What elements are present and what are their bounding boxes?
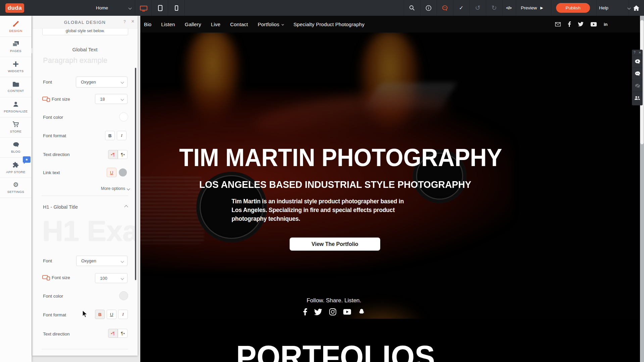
pages-icon xyxy=(12,41,19,47)
font-size-select[interactable]: 18 xyxy=(95,94,128,104)
preview-label: Preview xyxy=(521,5,537,10)
youtube-icon[interactable] xyxy=(591,22,597,27)
info-button[interactable] xyxy=(420,0,437,16)
font-size-value: 18 xyxy=(100,97,105,102)
undo-button[interactable]: ↺ xyxy=(469,0,486,16)
instagram-icon[interactable] xyxy=(329,308,336,315)
rtl-direction-button[interactable]: ¶◂ xyxy=(118,150,128,159)
check-icon: ✓ xyxy=(459,5,463,11)
nav-link-live[interactable]: Live xyxy=(211,21,220,27)
nav-link-gallery[interactable]: Gallery xyxy=(185,21,201,27)
search-button[interactable] xyxy=(404,0,420,16)
sidebar-item-label: SETTINGS xyxy=(7,190,24,194)
redo-button[interactable]: ↻ xyxy=(486,0,502,16)
font-select[interactable]: Oxygen xyxy=(76,76,128,88)
sidebar-item-label: STORE xyxy=(10,130,22,133)
ltr-pilcrow-icon: ▸¶ xyxy=(111,331,115,336)
sidebar-item-content[interactable]: CONTENT xyxy=(0,77,32,97)
h1-font-size-select[interactable]: 100 xyxy=(95,273,128,283)
h1-ltr-direction-button[interactable]: ▸¶ xyxy=(108,329,118,338)
h1-preview: H1 Example xyxy=(42,214,135,248)
facebook-icon[interactable] xyxy=(303,308,307,315)
app-store-badge: ★ xyxy=(23,156,31,163)
linkedin-icon[interactable]: in xyxy=(604,22,609,27)
more-options-label: More options xyxy=(101,186,125,191)
font-color-swatch[interactable] xyxy=(119,112,128,121)
h1-font-color-swatch[interactable] xyxy=(119,291,128,300)
help-dropdown[interactable]: Help xyxy=(599,0,630,16)
panel-header: GLOBAL DESIGN ? × xyxy=(32,16,138,29)
page-selector-dropdown[interactable]: Home xyxy=(96,0,131,16)
underline-link-button[interactable]: U xyxy=(107,168,116,177)
font-label: Font xyxy=(43,80,52,85)
panel-help-icon[interactable]: ? xyxy=(123,19,126,24)
person-icon xyxy=(13,101,19,107)
toolbar-close-icon[interactable]: × xyxy=(639,50,641,55)
tablet-view-button[interactable] xyxy=(153,0,167,16)
comments-button[interactable] xyxy=(632,68,643,80)
sidebar-item-label: PAGES xyxy=(10,49,21,53)
bold-button[interactable]: B xyxy=(105,131,115,140)
sidebar-item-blog[interactable]: BLOG xyxy=(0,138,32,158)
twitter-icon[interactable] xyxy=(314,309,322,315)
search-icon xyxy=(409,5,415,11)
facebook-icon[interactable] xyxy=(568,21,571,27)
h1-font-color-label: Font color xyxy=(43,294,63,299)
nav-link-bio[interactable]: Bio xyxy=(144,21,151,27)
youtube-icon[interactable] xyxy=(343,309,351,315)
star-icon: ★ xyxy=(25,158,28,161)
nav-link-contact[interactable]: Contact xyxy=(230,21,248,27)
sidebar-item-store[interactable]: STORE xyxy=(0,117,32,138)
h1-font-label: Font xyxy=(43,258,52,263)
publish-button[interactable]: Publish xyxy=(556,3,590,13)
toolbar-help-icon[interactable]: ? xyxy=(634,51,636,54)
collaborators-button[interactable] xyxy=(632,92,643,104)
sidebar-item-pages[interactable]: PAGES xyxy=(0,37,32,57)
snapchat-icon[interactable] xyxy=(358,308,365,315)
h1-font-select[interactable]: Oxygen xyxy=(76,256,128,266)
preview-button[interactable]: Preview ▶ xyxy=(521,0,543,16)
undo-icon: ↺ xyxy=(475,4,481,12)
h1-italic-button[interactable]: I xyxy=(118,310,128,319)
link-color-swatch[interactable] xyxy=(119,168,127,176)
panel-close-icon[interactable]: × xyxy=(131,18,134,24)
panel-scrollbar[interactable] xyxy=(135,68,136,280)
site-preview: Bio Listen Gallery Live Contact Portfoli… xyxy=(140,16,640,362)
sidebar-item-label: WIDGETS xyxy=(8,69,23,73)
mobile-view-button[interactable] xyxy=(170,0,183,16)
twitter-icon[interactable] xyxy=(578,22,584,27)
h1-rtl-direction-button[interactable]: ¶◂ xyxy=(118,329,128,338)
sidebar-item-personalize[interactable]: PERSONALIZE xyxy=(0,97,32,117)
sidebar-item-design[interactable]: DESIGN xyxy=(0,16,32,37)
font-size-label: Font size xyxy=(52,97,70,102)
desktop-view-button[interactable] xyxy=(137,0,150,16)
add-comment-button[interactable] xyxy=(632,56,643,68)
text-direction-label: Text direction xyxy=(43,152,70,157)
italic-button[interactable]: I xyxy=(117,131,127,140)
dashboard-home-button[interactable] xyxy=(629,0,644,16)
h1-underline-button[interactable]: U xyxy=(107,310,116,319)
panel-title: GLOBAL DESIGN xyxy=(32,16,138,29)
nav-link-listen[interactable]: Listen xyxy=(161,21,175,27)
feedback-button[interactable] xyxy=(437,0,453,16)
nav-link-portfolios[interactable]: Portfolios xyxy=(258,21,284,27)
follow-share-listen-text: Follow. Share. Listen. xyxy=(284,297,384,304)
ltr-direction-button[interactable]: ▸¶ xyxy=(108,150,118,159)
view-portfolio-button[interactable]: View The Portfolio xyxy=(290,238,380,251)
portfolios-section: PORTFOLIOS xyxy=(140,319,640,362)
more-options-toggle[interactable]: More options xyxy=(32,186,130,191)
save-check-button[interactable]: ✓ xyxy=(453,0,469,16)
paragraph-preview: Paragraph example xyxy=(43,56,107,65)
dev-mode-button[interactable]: </> xyxy=(501,0,516,16)
hide-comments-button[interactable] xyxy=(632,80,643,92)
sidebar-item-app-store[interactable]: ★ APP STORE xyxy=(0,158,32,178)
page-selector-value: Home xyxy=(96,5,108,10)
h1-font-value: Oxygen xyxy=(81,258,96,263)
email-icon[interactable] xyxy=(555,22,561,27)
sidebar-item-settings[interactable]: ⚙ SETTINGS xyxy=(0,178,32,198)
h1-bold-button[interactable]: B xyxy=(95,310,105,319)
nav-link-specialty[interactable]: Specialty Product Photography xyxy=(293,21,364,27)
sidebar-item-widgets[interactable]: WIDGETS xyxy=(0,57,32,77)
collapse-icon[interactable] xyxy=(124,205,128,209)
folder-icon xyxy=(12,82,19,87)
